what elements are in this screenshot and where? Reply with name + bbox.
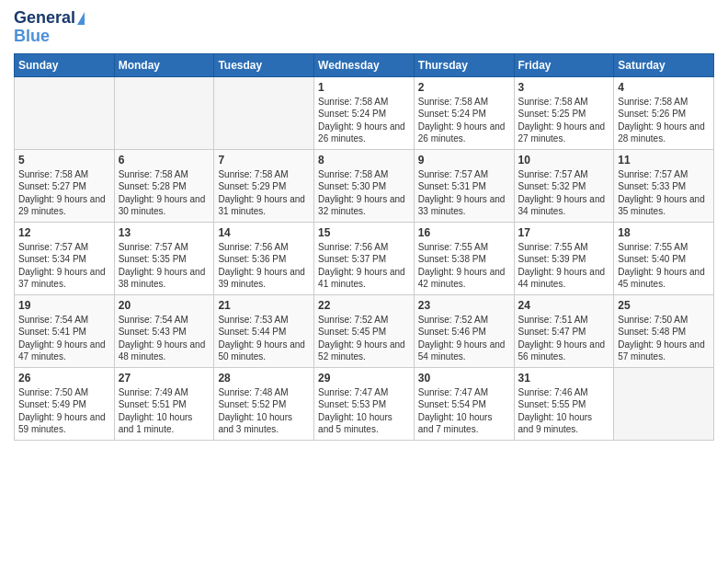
day-info: Sunrise: 7:58 AM Sunset: 5:29 PM Dayligh…	[218, 168, 310, 218]
day-number: 12	[18, 226, 110, 239]
weekday-header: Friday	[514, 53, 614, 76]
calendar-cell: 5Sunrise: 7:58 AM Sunset: 5:27 PM Daylig…	[15, 149, 115, 222]
day-number: 7	[218, 154, 310, 167]
calendar-cell: 10Sunrise: 7:57 AM Sunset: 5:32 PM Dayli…	[514, 149, 614, 222]
day-info: Sunrise: 7:54 AM Sunset: 5:41 PM Dayligh…	[18, 314, 110, 363]
day-number: 3	[518, 81, 610, 94]
day-number: 22	[318, 299, 410, 312]
day-info: Sunrise: 7:46 AM Sunset: 5:55 PM Dayligh…	[518, 386, 610, 436]
calendar-cell: 27Sunrise: 7:49 AM Sunset: 5:51 PM Dayli…	[114, 367, 214, 440]
calendar-cell: 12Sunrise: 7:57 AM Sunset: 5:34 PM Dayli…	[15, 222, 115, 294]
day-number: 20	[119, 299, 210, 312]
day-info: Sunrise: 7:53 AM Sunset: 5:44 PM Dayligh…	[218, 314, 310, 363]
calendar-cell	[114, 76, 214, 149]
day-info: Sunrise: 7:47 AM Sunset: 5:53 PM Dayligh…	[318, 386, 410, 436]
day-number: 9	[418, 154, 510, 167]
day-info: Sunrise: 7:56 AM Sunset: 5:36 PM Dayligh…	[218, 241, 310, 291]
calendar-cell: 6Sunrise: 7:58 AM Sunset: 5:28 PM Daylig…	[114, 149, 214, 222]
calendar-cell	[614, 367, 714, 440]
day-number: 19	[18, 299, 110, 312]
calendar-cell: 29Sunrise: 7:47 AM Sunset: 5:53 PM Dayli…	[314, 367, 415, 440]
calendar-cell: 31Sunrise: 7:46 AM Sunset: 5:55 PM Dayli…	[514, 367, 614, 440]
day-info: Sunrise: 7:49 AM Sunset: 5:51 PM Dayligh…	[119, 386, 210, 436]
calendar-cell: 14Sunrise: 7:56 AM Sunset: 5:36 PM Dayli…	[214, 222, 314, 294]
day-number: 23	[418, 299, 510, 312]
weekday-header: Thursday	[414, 53, 514, 76]
page: General Blue SundayMondayTuesdayWednesda…	[0, 0, 728, 563]
day-number: 17	[518, 226, 610, 239]
calendar-cell: 11Sunrise: 7:57 AM Sunset: 5:33 PM Dayli…	[614, 149, 714, 222]
calendar-cell: 4Sunrise: 7:58 AM Sunset: 5:26 PM Daylig…	[614, 76, 714, 149]
day-number: 30	[418, 372, 510, 385]
day-number: 14	[218, 226, 310, 239]
day-number: 4	[618, 81, 710, 94]
calendar-cell: 21Sunrise: 7:53 AM Sunset: 5:44 PM Dayli…	[214, 294, 314, 367]
calendar-cell: 15Sunrise: 7:56 AM Sunset: 5:37 PM Dayli…	[314, 222, 415, 294]
day-number: 15	[318, 226, 410, 239]
calendar-cell	[214, 76, 314, 149]
day-info: Sunrise: 7:57 AM Sunset: 5:32 PM Dayligh…	[518, 168, 610, 218]
logo-icon	[77, 12, 85, 25]
day-info: Sunrise: 7:57 AM Sunset: 5:35 PM Dayligh…	[119, 241, 210, 291]
day-info: Sunrise: 7:58 AM Sunset: 5:25 PM Dayligh…	[518, 96, 610, 145]
day-number: 25	[618, 299, 710, 312]
day-info: Sunrise: 7:58 AM Sunset: 5:27 PM Dayligh…	[18, 168, 110, 218]
calendar-cell: 30Sunrise: 7:47 AM Sunset: 5:54 PM Dayli…	[414, 367, 514, 440]
weekday-header: Monday	[114, 53, 214, 76]
day-info: Sunrise: 7:58 AM Sunset: 5:24 PM Dayligh…	[418, 96, 510, 145]
calendar-cell: 2Sunrise: 7:58 AM Sunset: 5:24 PM Daylig…	[414, 76, 514, 149]
day-number: 18	[618, 226, 710, 239]
calendar-cell: 3Sunrise: 7:58 AM Sunset: 5:25 PM Daylig…	[514, 76, 614, 149]
day-number: 16	[418, 226, 510, 239]
calendar-cell: 16Sunrise: 7:55 AM Sunset: 5:38 PM Dayli…	[414, 222, 514, 294]
calendar-cell: 20Sunrise: 7:54 AM Sunset: 5:43 PM Dayli…	[114, 294, 214, 367]
calendar-week-row: 12Sunrise: 7:57 AM Sunset: 5:34 PM Dayli…	[15, 222, 714, 294]
calendar-cell	[15, 76, 115, 149]
calendar-cell: 28Sunrise: 7:48 AM Sunset: 5:52 PM Dayli…	[214, 367, 314, 440]
weekday-header: Saturday	[614, 53, 714, 76]
day-info: Sunrise: 7:58 AM Sunset: 5:24 PM Dayligh…	[318, 96, 410, 145]
day-info: Sunrise: 7:50 AM Sunset: 5:48 PM Dayligh…	[618, 314, 710, 363]
day-number: 28	[218, 372, 310, 385]
day-info: Sunrise: 7:55 AM Sunset: 5:40 PM Dayligh…	[618, 241, 710, 291]
day-number: 31	[518, 372, 610, 385]
calendar-cell: 25Sunrise: 7:50 AM Sunset: 5:48 PM Dayli…	[614, 294, 714, 367]
day-number: 6	[119, 154, 210, 167]
calendar-cell: 26Sunrise: 7:50 AM Sunset: 5:49 PM Dayli…	[15, 367, 115, 440]
calendar-cell: 8Sunrise: 7:58 AM Sunset: 5:30 PM Daylig…	[314, 149, 415, 222]
calendar-cell: 7Sunrise: 7:58 AM Sunset: 5:29 PM Daylig…	[214, 149, 314, 222]
logo: General Blue	[14, 9, 85, 46]
calendar-cell: 24Sunrise: 7:51 AM Sunset: 5:47 PM Dayli…	[514, 294, 614, 367]
day-info: Sunrise: 7:55 AM Sunset: 5:38 PM Dayligh…	[418, 241, 510, 291]
day-number: 10	[518, 154, 610, 167]
day-info: Sunrise: 7:58 AM Sunset: 5:28 PM Dayligh…	[119, 168, 210, 218]
weekday-header: Sunday	[15, 53, 115, 76]
day-info: Sunrise: 7:52 AM Sunset: 5:45 PM Dayligh…	[318, 314, 410, 363]
day-number: 29	[318, 372, 410, 385]
weekday-header: Tuesday	[214, 53, 314, 76]
day-info: Sunrise: 7:56 AM Sunset: 5:37 PM Dayligh…	[318, 241, 410, 291]
calendar-week-row: 1Sunrise: 7:58 AM Sunset: 5:24 PM Daylig…	[15, 76, 714, 149]
calendar-week-row: 5Sunrise: 7:58 AM Sunset: 5:27 PM Daylig…	[15, 149, 714, 222]
day-info: Sunrise: 7:51 AM Sunset: 5:47 PM Dayligh…	[518, 314, 610, 363]
day-number: 8	[318, 154, 410, 167]
day-number: 13	[119, 226, 210, 239]
calendar-cell: 9Sunrise: 7:57 AM Sunset: 5:31 PM Daylig…	[414, 149, 514, 222]
day-info: Sunrise: 7:52 AM Sunset: 5:46 PM Dayligh…	[418, 314, 510, 363]
day-info: Sunrise: 7:50 AM Sunset: 5:49 PM Dayligh…	[18, 386, 110, 436]
logo-text-general: General	[14, 9, 75, 28]
day-info: Sunrise: 7:48 AM Sunset: 5:52 PM Dayligh…	[218, 386, 310, 436]
calendar-cell: 18Sunrise: 7:55 AM Sunset: 5:40 PM Dayli…	[614, 222, 714, 294]
day-info: Sunrise: 7:58 AM Sunset: 5:30 PM Dayligh…	[318, 168, 410, 218]
calendar-week-row: 19Sunrise: 7:54 AM Sunset: 5:41 PM Dayli…	[15, 294, 714, 367]
day-info: Sunrise: 7:55 AM Sunset: 5:39 PM Dayligh…	[518, 241, 610, 291]
day-number: 11	[618, 154, 710, 167]
day-number: 2	[418, 81, 510, 94]
calendar-cell: 23Sunrise: 7:52 AM Sunset: 5:46 PM Dayli…	[414, 294, 514, 367]
calendar-cell: 22Sunrise: 7:52 AM Sunset: 5:45 PM Dayli…	[314, 294, 415, 367]
weekday-header: Wednesday	[314, 53, 415, 76]
calendar-cell: 1Sunrise: 7:58 AM Sunset: 5:24 PM Daylig…	[314, 76, 415, 149]
day-number: 24	[518, 299, 610, 312]
header: General Blue	[14, 9, 714, 46]
day-number: 27	[119, 372, 210, 385]
